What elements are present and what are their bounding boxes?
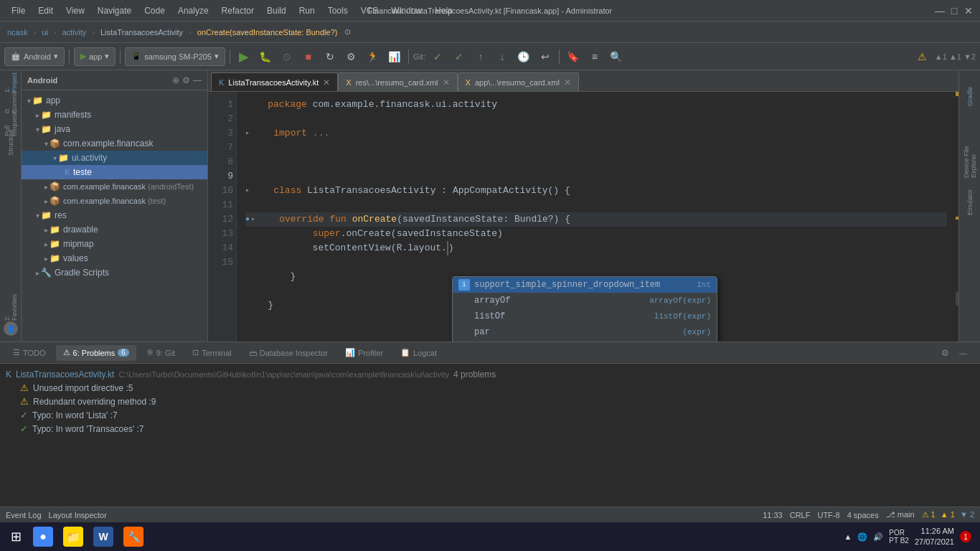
tree-item-gradle[interactable]: ▸ 🔧 Gradle Scripts [22, 265, 207, 280]
bottom-panel-minimize-icon[interactable]: — [952, 345, 974, 361]
status-charset[interactable]: UTF-8 [817, 511, 839, 519]
tab-close-lista[interactable]: ✕ [323, 77, 330, 88]
tree-item-ui-activity[interactable]: ▾ 📁 ui.activity [22, 151, 207, 165]
notification-icon[interactable]: ⚠ [913, 47, 932, 66]
status-notifications[interactable]: ⚠ 1 ▲ 1 ▼ 2 [922, 510, 974, 519]
fold-icon-import[interactable]: ▸ [245, 126, 250, 141]
sidebar-icon-project[interactable]: 1: Project [1, 73, 20, 92]
menu-code[interactable]: Code [138, 4, 171, 18]
scrollbar-thumb[interactable] [956, 291, 958, 306]
menu-refactor[interactable]: Refactor [216, 4, 260, 18]
menu-build[interactable]: Build [261, 4, 292, 18]
tree-item-android-test[interactable]: ▸ 📦 com.example.financask (androidTest) [22, 179, 207, 194]
problem-item-2[interactable]: ⚠ Redundant overriding method :9 [6, 395, 974, 408]
tree-item-mipmap[interactable]: ▸ 📁 mipmap [22, 237, 207, 251]
tab-lista-transacoes[interactable]: K ListaTransacoesActivity.kt ✕ [211, 72, 338, 91]
profile-button[interactable]: ⊙ [278, 47, 296, 66]
problem-file-header[interactable]: K ListaTransacoesActivity.kt C:\Users\Tu… [6, 368, 974, 381]
notification-badge[interactable]: 1 [960, 531, 971, 542]
run-test-button[interactable]: 🏃 [364, 47, 382, 66]
sidebar-icon-structure[interactable]: Structure [1, 133, 20, 152]
breadcrumb-ncask[interactable]: ncask [4, 27, 31, 38]
problem-item-3[interactable]: ✓ Typo: In word 'Lista' :7 [6, 408, 974, 422]
code-editor[interactable]: 1 2 3 7 8 9 10 11 12 13 14 15 package c [208, 92, 958, 342]
panel-minimize-icon[interactable]: — [193, 75, 202, 85]
tree-item-java[interactable]: ▾ 📁 java [22, 122, 207, 136]
device-select-button[interactable]: 📱 samsung SM-P205 ▾ [125, 47, 225, 66]
git-history-button[interactable]: 🕒 [514, 47, 533, 66]
fold-icon-override[interactable]: ▸ [251, 212, 255, 227]
status-line-col[interactable]: 11:33 [763, 511, 783, 519]
volume-icon[interactable]: 🔊 [873, 532, 883, 542]
minimize-button[interactable]: — [934, 5, 946, 17]
tree-item-com-financask[interactable]: ▾ 📦 com.example.financask [22, 136, 207, 151]
breadcrumb-activity[interactable]: activity [60, 27, 90, 38]
nav-forward-icon[interactable]: ⊙ [343, 26, 352, 38]
tab-todo[interactable]: ☰ TODO [6, 345, 53, 361]
autocomplete-item-listof[interactable]: listOf listOf(expr) [453, 309, 717, 324]
git-pull-button[interactable]: ↓ [493, 47, 512, 66]
code-content[interactable]: package com.example.financask.ui.activit… [237, 92, 947, 342]
autocomplete-item-par[interactable]: par (expr) [453, 324, 717, 340]
fold-icon-class[interactable]: ▸ [245, 184, 250, 198]
tab-close-resumo-app[interactable]: ✕ [564, 77, 571, 88]
tab-logcat[interactable]: 📋 Logcat [393, 345, 444, 361]
settings-button[interactable]: ⚙ [342, 47, 361, 66]
breadcrumb-ui[interactable]: ui [39, 27, 51, 38]
sidebar-right-gradle[interactable]: Gradle [961, 75, 979, 118]
sidebar-right-device-explorer[interactable]: Device File Explorer [961, 121, 979, 178]
tree-item-test[interactable]: ▸ 📦 com.example.financask (test) [22, 194, 207, 208]
tree-item-manifests[interactable]: ▸ 📁 manifests [22, 108, 207, 122]
maximize-button[interactable]: □ [948, 5, 960, 17]
tree-item-res[interactable]: ▾ 📁 res [22, 208, 207, 222]
taskbar-explorer[interactable]: 📁 [59, 524, 88, 550]
autocomplete-item-arrayof[interactable]: arrayOf arrayOf(expr) [453, 293, 717, 309]
bookmark-button[interactable]: 🔖 [564, 47, 583, 66]
coverage-button[interactable]: 📊 [385, 47, 404, 66]
tab-database[interactable]: 🗃 Database Inspector [242, 345, 335, 361]
user-avatar[interactable]: 👤 [4, 321, 18, 336]
panel-settings-icon[interactable]: ⚙ [182, 75, 190, 85]
start-button[interactable]: ⊞ [3, 524, 29, 550]
sidebar-right-emulator[interactable]: Emulator [961, 181, 979, 224]
taskbar-chrome[interactable]: ● [29, 524, 57, 550]
stop-button[interactable]: ■ [299, 47, 318, 66]
language-indicator[interactable]: PORPT B2 [889, 529, 909, 545]
status-event-log[interactable]: Event Log [6, 511, 42, 519]
system-tray-up-icon[interactable]: ▲ [844, 532, 852, 541]
menu-edit[interactable]: Edit [32, 4, 59, 18]
tree-item-teste[interactable]: K teste [22, 165, 207, 179]
sidebar-icon-favorites[interactable]: 2: Favorites [1, 298, 20, 317]
git-tick-button[interactable]: ✓ [450, 47, 468, 66]
tree-item-drawable[interactable]: ▸ 📁 drawable [22, 222, 207, 237]
menu-file[interactable]: File [6, 4, 31, 18]
git-checkmark-button[interactable]: ✓ [428, 47, 447, 66]
android-config-button[interactable]: 🤖 Android ▾ [4, 47, 65, 66]
tab-close-resumo-res[interactable]: ✕ [443, 77, 450, 88]
app-config-button[interactable]: ▶ app ▾ [74, 47, 116, 66]
menu-analyze[interactable]: Analyze [172, 4, 215, 18]
git-push-button[interactable]: ↑ [471, 47, 490, 66]
problem-item-4[interactable]: ✓ Typo: In word 'Transacoes' :7 [6, 422, 974, 435]
tab-resumo-app[interactable]: X app\...\resumo_card.xml ✕ [458, 72, 579, 91]
system-clock[interactable]: 11:26 AM 27/07/2021 [915, 526, 954, 548]
menu-navigate[interactable]: Navigate [92, 4, 137, 18]
taskbar-word[interactable]: W [89, 524, 118, 550]
breadcrumb-method[interactable]: onCreate(savedInstanceState: Bundle?) [194, 27, 341, 38]
status-layout-inspector[interactable]: Layout Inspector [49, 511, 107, 519]
editor-scrollbar[interactable] [947, 92, 958, 342]
search-everywhere-button[interactable]: 🔍 [607, 47, 626, 66]
debug-button[interactable]: 🐛 [256, 47, 275, 66]
undo-button[interactable]: ↩ [536, 47, 555, 66]
status-branch[interactable]: ⎇ main [886, 510, 915, 519]
tab-resumo-res[interactable]: X res\...\resumo_card.xml ✕ [338, 72, 457, 91]
status-crlf[interactable]: CRLF [790, 511, 811, 519]
taskbar-app4[interactable]: 🔧 [119, 524, 148, 550]
panel-expand-icon[interactable]: ⊕ [172, 75, 179, 85]
status-indent[interactable]: 4 spaces [847, 511, 879, 519]
autocomplete-item-sequenceof[interactable]: sequenceOf sequenceOf(expr) [453, 340, 717, 342]
menu-run[interactable]: Run [293, 4, 321, 18]
bottom-panel-settings-icon[interactable]: ⚙ [941, 348, 949, 358]
run-button[interactable]: ▶ [235, 47, 253, 66]
tab-problems[interactable]: ⚠ 6: Problems 6 [56, 345, 136, 361]
